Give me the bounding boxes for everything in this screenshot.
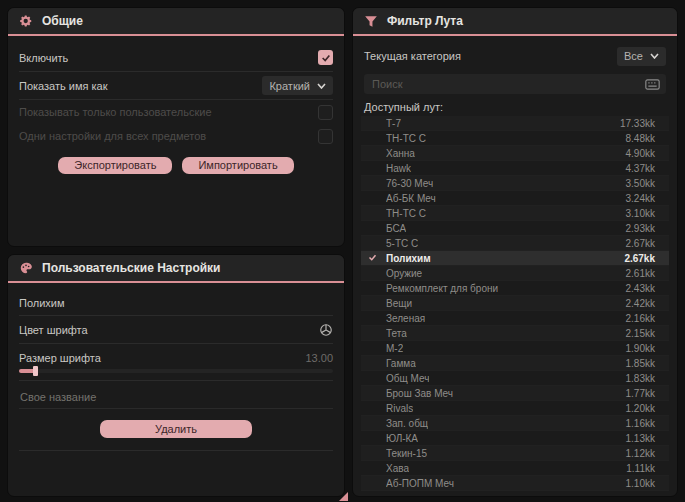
delete-button[interactable]: Удалить [100, 420, 252, 438]
dropdown-value: Краткий [269, 80, 310, 92]
display-name-label: Показать имя как [19, 80, 108, 92]
user-settings-header: Пользовательские Настройки [8, 255, 344, 281]
item-value: 3.50kk [626, 178, 655, 189]
import-button[interactable]: Импортировать [182, 157, 293, 174]
item-name: ТН-ТС С [386, 208, 426, 219]
item-name: Зеленая [386, 313, 425, 324]
item-value: 2.43kk [626, 283, 655, 294]
panel-title: Пользовательские Настройки [42, 261, 220, 275]
item-name: Аб-БК Меч [386, 193, 436, 204]
list-item[interactable]: Аб-ПОПМ Меч 1.10kk [361, 476, 669, 491]
item-name: Ханна [386, 148, 415, 159]
list-item[interactable]: Хава 1.11kk [361, 461, 669, 476]
item-value: 1.16kk [626, 418, 655, 429]
only-custom-row: Показывать только пользовательские [19, 100, 333, 124]
color-wheel-icon[interactable] [319, 323, 333, 337]
list-item[interactable]: ЮЛ-КА 1.13kk [361, 431, 669, 446]
list-item[interactable]: Rivals 1.20kk [361, 401, 669, 416]
keyboard-icon[interactable] [645, 79, 660, 90]
list-item[interactable]: Тета 2.15kk [361, 326, 669, 341]
item-value: 1.83kk [626, 373, 655, 384]
resize-grip[interactable] [339, 492, 348, 501]
general-panel-header: Общие [8, 8, 344, 34]
item-name: М-2 [386, 343, 403, 354]
item-value: 1.11kk [626, 463, 655, 474]
list-item[interactable]: Hawk 4.37kk [361, 161, 669, 176]
list-item[interactable]: Текин-15 1.12kk [361, 446, 669, 461]
same-settings-row: Одни настройки для всех предметов [19, 124, 333, 148]
same-settings-label: Одни настройки для всех предметов [19, 130, 206, 142]
item-value: 2.67kk [624, 253, 655, 264]
item-name: 5-ТС С [386, 238, 418, 249]
list-item[interactable]: М-2 1.90kk [361, 341, 669, 356]
list-item[interactable]: 76-30 Меч 3.50kk [361, 176, 669, 191]
list-item[interactable]: Зеленая 2.16kk [361, 311, 669, 326]
gear-icon [19, 14, 33, 28]
item-value: 2.42kk [626, 298, 655, 309]
loot-filter-header: Фильтр Лута [353, 8, 677, 34]
list-item[interactable]: ТН-ТС С 3.10kk [361, 206, 669, 221]
item-name: Ремкомплект для брони [386, 283, 498, 294]
font-size-slider[interactable] [19, 369, 333, 373]
same-settings-checkbox [318, 129, 333, 144]
search-bar [364, 74, 666, 94]
item-name: Тета [386, 328, 407, 339]
export-button[interactable]: Экспортировать [58, 157, 172, 174]
item-value: 1.10kk [626, 478, 655, 489]
enable-row: Включить [19, 44, 333, 71]
list-item[interactable]: Гамма 1.85kk [361, 356, 669, 371]
palette-icon [19, 261, 33, 275]
item-name: Rivals [386, 403, 413, 414]
only-custom-checkbox [318, 105, 333, 120]
item-name: Оружие [386, 268, 422, 279]
category-label: Текущая категория [364, 50, 461, 62]
slider-handle[interactable] [33, 366, 38, 376]
item-name: Hawk [386, 163, 411, 174]
custom-name-input[interactable] [19, 386, 333, 409]
chevron-down-icon [317, 83, 326, 89]
list-item[interactable]: Брош Зав Меч 1.77kk [361, 386, 669, 401]
check-icon [321, 53, 331, 63]
list-item[interactable]: ТН-ТС С 8.48kk [361, 131, 669, 146]
list-item[interactable]: Т-7 17.33kk [361, 116, 669, 131]
item-value: 2.67kk [626, 238, 655, 249]
item-value: 2.15kk [626, 328, 655, 339]
list-item[interactable]: Общ Меч 1.83kk [361, 371, 669, 386]
list-item[interactable]: 5-ТС С 2.67kk [361, 236, 669, 251]
available-loot-label: Доступный лут: [364, 101, 666, 113]
enable-checkbox[interactable] [318, 50, 333, 65]
item-name: Вещи [386, 298, 412, 309]
category-dropdown[interactable]: Все [617, 47, 666, 66]
search-input[interactable] [370, 77, 639, 91]
item-name: Брош Зав Меч [386, 388, 453, 399]
enable-label: Включить [19, 52, 68, 64]
loot-filter-panel: Фильтр Лута Текущая категория Все Доступ… [352, 7, 678, 497]
item-value: 1.85kk [626, 358, 655, 369]
list-item[interactable]: Зап. общ 1.16kk [361, 416, 669, 431]
item-name: БСА [386, 223, 406, 234]
list-item[interactable]: Аб-БК Меч 3.24kk [361, 191, 669, 206]
chevron-down-icon [650, 53, 659, 59]
only-custom-label: Показывать только пользовательские [19, 106, 212, 118]
list-item[interactable]: Ханна 4.90kk [361, 146, 669, 161]
item-value: 3.24kk [626, 193, 655, 204]
font-color-label: Цвет шрифта [19, 324, 88, 336]
list-item[interactable]: Ремкомплект для брони 2.43kk [361, 281, 669, 296]
category-row: Текущая категория Все [364, 44, 666, 68]
list-item[interactable]: Вещи 2.42kk [361, 296, 669, 311]
font-size-label: Размер шрифта [19, 352, 101, 364]
panel-title: Фильтр Лута [387, 14, 463, 28]
general-panel: Общие Включить Показать имя как Краткий … [7, 7, 345, 247]
display-name-dropdown[interactable]: Краткий [262, 76, 333, 95]
item-name: Общ Меч [386, 373, 429, 384]
item-value: 1.13kk [626, 433, 655, 444]
list-item[interactable]: Оружие 2.61kk [361, 266, 669, 281]
divider [19, 450, 333, 451]
loot-list: Т-7 17.33kk ТН-ТС С 8.48kk Ханна 4.90kk … [361, 116, 669, 492]
font-color-row: Цвет шрифта [19, 316, 333, 343]
item-value: 1.77kk [626, 388, 655, 399]
selected-item-row: Полихим [19, 291, 333, 315]
divider [19, 380, 333, 381]
list-item[interactable]: БСА 2.93kk [361, 221, 669, 236]
list-item[interactable]: Полихим 2.67kk [361, 251, 669, 266]
